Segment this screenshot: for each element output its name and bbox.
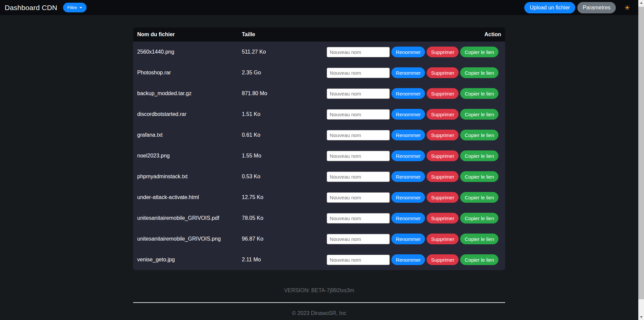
delete-button[interactable]: Supprimer: [427, 192, 459, 203]
file-name: phpmyadminstack.txt: [133, 174, 242, 180]
delete-button[interactable]: Supprimer: [427, 47, 459, 57]
rename-button[interactable]: Renommer: [391, 150, 425, 161]
vertical-scrollbar[interactable]: [638, 0, 644, 320]
footer-divider: [133, 302, 505, 303]
copy-link-button[interactable]: Copier le lien: [460, 234, 498, 244]
table-row: under-attack-activate.html 12.75 Ko Reno…: [133, 187, 505, 208]
row-actions: Renommer Supprimer Copier le lien: [327, 150, 505, 161]
file-size: 0.53 Ko: [242, 174, 327, 180]
copy-link-button[interactable]: Copier le lien: [460, 130, 498, 140]
copy-link-button[interactable]: Copier le lien: [460, 192, 498, 203]
delete-button[interactable]: Supprimer: [427, 130, 459, 140]
file-name: backup_modded.tar.gz: [133, 90, 242, 97]
upload-file-button[interactable]: Upload un fichier: [524, 2, 575, 13]
copy-link-button[interactable]: Copier le lien: [460, 254, 498, 265]
row-actions: Renommer Supprimer Copier le lien: [327, 254, 505, 265]
delete-button[interactable]: Supprimer: [427, 67, 459, 78]
filter-dropdown-button[interactable]: Filtre: [63, 3, 87, 12]
file-size: 0.61 Ko: [242, 132, 327, 138]
table-header-row: Nom du fichier Taille Action: [133, 27, 505, 42]
copy-link-button[interactable]: Copier le lien: [460, 109, 498, 120]
copy-link-button[interactable]: Copier le lien: [460, 88, 498, 99]
delete-button[interactable]: Supprimer: [427, 88, 459, 99]
delete-button[interactable]: Supprimer: [427, 234, 459, 244]
table-row: discordbotstarted.rar 1.51 Ko Renommer S…: [133, 104, 505, 125]
file-name: discordbotstarted.rar: [133, 111, 242, 117]
file-size: 1.51 Ko: [242, 111, 327, 117]
table-row: grafana.txt 0.61 Ko Renommer Supprimer C…: [133, 125, 505, 145]
filter-dropdown-label: Filtre: [67, 5, 77, 10]
new-name-input[interactable]: [327, 234, 390, 244]
table-row: phpmyadminstack.txt 0.53 Ko Renommer Sup…: [133, 166, 505, 187]
arrow-down-icon: [640, 316, 643, 318]
delete-button[interactable]: Supprimer: [427, 213, 459, 223]
copy-link-button[interactable]: Copier le lien: [460, 150, 498, 161]
rename-button[interactable]: Renommer: [391, 130, 425, 140]
rename-button[interactable]: Renommer: [391, 254, 425, 265]
new-name-input[interactable]: [327, 47, 390, 57]
file-size: 78.05 Ko: [242, 215, 327, 221]
version-label: VERSION: BETA-7j992txs3m: [0, 287, 638, 294]
column-header-name: Nom du fichier: [133, 31, 242, 38]
rename-button[interactable]: Renommer: [391, 234, 425, 244]
new-name-input[interactable]: [327, 192, 390, 203]
new-name-input[interactable]: [327, 68, 390, 78]
file-size: 2.35 Go: [242, 70, 327, 76]
table-row: venise_geto.jpg 2.11 Mo Renommer Supprim…: [133, 249, 505, 270]
file-name: unitesanitairemobile_GRIVOIS.png: [133, 236, 242, 242]
column-header-size: Taille: [242, 31, 484, 38]
delete-button[interactable]: Supprimer: [427, 150, 459, 161]
file-name: venise_geto.jpg: [133, 257, 242, 263]
file-size: 871.80 Mo: [242, 90, 327, 97]
rename-button[interactable]: Renommer: [391, 109, 425, 120]
file-size: 511.27 Ko: [242, 49, 327, 55]
table-row: unitesanitairemobile_GRIVOIS.pdf 78.05 K…: [133, 208, 505, 229]
settings-button[interactable]: Parametres: [577, 2, 616, 13]
delete-button[interactable]: Supprimer: [427, 109, 459, 120]
copy-link-button[interactable]: Copier le lien: [460, 171, 498, 182]
copy-link-button[interactable]: Copier le lien: [460, 67, 498, 78]
main-content: Nom du fichier Taille Action 2560x1440.p…: [0, 27, 638, 316]
rename-button[interactable]: Renommer: [391, 67, 425, 78]
file-name: noel2023.png: [133, 153, 242, 159]
row-actions: Renommer Supprimer Copier le lien: [327, 67, 505, 78]
sun-icon[interactable]: ☀: [624, 4, 630, 11]
file-name: grafana.txt: [133, 132, 242, 138]
row-actions: Renommer Supprimer Copier le lien: [327, 109, 505, 120]
delete-button[interactable]: Supprimer: [427, 254, 459, 265]
scroll-up-button[interactable]: [638, 0, 644, 6]
table-row: Photoshop.rar 2.35 Go Renommer Supprimer…: [133, 62, 505, 83]
new-name-input[interactable]: [327, 213, 390, 223]
new-name-input[interactable]: [327, 130, 390, 140]
file-size: 1.55 Mo: [242, 153, 327, 159]
new-name-input[interactable]: [327, 151, 390, 161]
rename-button[interactable]: Renommer: [391, 47, 425, 57]
page: Dashboard CDN Filtre Upload un fichier P…: [0, 0, 638, 320]
row-actions: Renommer Supprimer Copier le lien: [327, 130, 505, 140]
file-name: unitesanitairemobile_GRIVOIS.pdf: [133, 215, 242, 221]
rename-button[interactable]: Renommer: [391, 192, 425, 203]
scrollbar-thumb[interactable]: [638, 7, 644, 299]
row-actions: Renommer Supprimer Copier le lien: [327, 47, 505, 57]
rename-button[interactable]: Renommer: [391, 88, 425, 99]
scroll-down-button[interactable]: [638, 314, 644, 320]
row-actions: Renommer Supprimer Copier le lien: [327, 234, 505, 244]
rename-button[interactable]: Renommer: [391, 171, 425, 182]
table-body: 2560x1440.png 511.27 Ko Renommer Supprim…: [133, 42, 505, 270]
new-name-input[interactable]: [327, 255, 390, 265]
table-row: backup_modded.tar.gz 871.80 Mo Renommer …: [133, 83, 505, 104]
table-row: unitesanitairemobile_GRIVOIS.png 96.87 K…: [133, 229, 505, 249]
app-title: Dashboard CDN: [5, 4, 57, 12]
delete-button[interactable]: Supprimer: [427, 171, 459, 182]
new-name-input[interactable]: [327, 172, 390, 182]
arrow-up-icon: [640, 2, 643, 4]
copy-link-button[interactable]: Copier le lien: [460, 47, 498, 57]
copyright-label: © 2023 DinawoSR, Inc: [0, 310, 638, 316]
copy-link-button[interactable]: Copier le lien: [460, 213, 498, 223]
row-actions: Renommer Supprimer Copier le lien: [327, 213, 505, 223]
rename-button[interactable]: Renommer: [391, 213, 425, 223]
row-actions: Renommer Supprimer Copier le lien: [327, 88, 505, 99]
file-name: 2560x1440.png: [133, 49, 242, 55]
new-name-input[interactable]: [327, 88, 390, 99]
new-name-input[interactable]: [327, 109, 390, 120]
